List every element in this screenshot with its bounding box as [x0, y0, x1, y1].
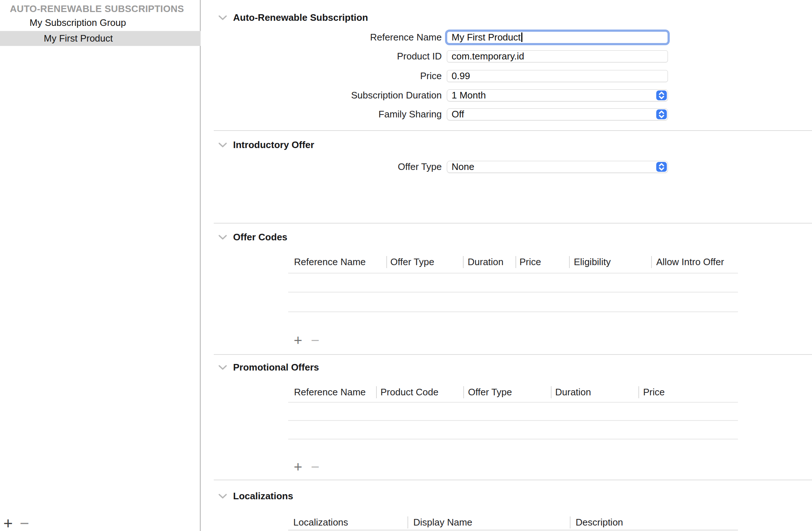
promotional-offers-add-button[interactable]: +: [291, 460, 305, 474]
disclosure-chevron-icon[interactable]: [218, 365, 227, 370]
column-header: Eligibility: [574, 256, 611, 268]
reference-name-label: Reference Name: [241, 31, 442, 43]
family-sharing-label: Family Sharing: [241, 108, 442, 120]
column-header: Duration: [555, 386, 591, 398]
section-title: Promotional Offers: [233, 362, 319, 373]
section-title: Localizations: [233, 491, 293, 502]
product-id-value: com.temporary.id: [452, 51, 524, 62]
column-header: Offer Type: [468, 386, 512, 398]
section-divider: [214, 480, 812, 480]
column-header: Display Name: [413, 516, 472, 528]
column-header: Description: [576, 516, 623, 528]
column-separator: [638, 386, 639, 398]
sidebar-item-first-product[interactable]: My First Product: [44, 32, 113, 45]
offer-type-label: Offer Type: [241, 161, 442, 173]
offer-type-value: None: [452, 161, 474, 172]
column-header: Localizations: [293, 516, 348, 528]
subscription-duration-label: Subscription Duration: [241, 89, 442, 101]
sidebar-group-header: AUTO-RENEWABLE SUBSCRIPTIONS: [10, 3, 184, 15]
product-id-label: Product ID: [241, 50, 442, 62]
column-separator: [651, 256, 652, 268]
disclosure-chevron-icon[interactable]: [218, 235, 227, 240]
column-separator: [386, 256, 387, 268]
table-row-line: [288, 420, 738, 421]
sidebar: AUTO-RENEWABLE SUBSCRIPTIONS My Subscrip…: [0, 0, 201, 531]
stepper-icon[interactable]: [656, 109, 667, 119]
section-auto-renewable-subscription: Auto-Renewable Subscription: [218, 12, 368, 23]
table-row-line: [288, 439, 738, 439]
column-separator: [463, 256, 464, 268]
column-header: Reference Name: [294, 256, 366, 268]
section-title: Introductory Offer: [233, 139, 314, 151]
section-divider: [214, 130, 812, 131]
sidebar-item-subscription-group[interactable]: My Subscription Group: [30, 16, 126, 29]
section-divider: [214, 354, 812, 355]
column-header: Price: [519, 256, 541, 268]
column-header: Price: [643, 386, 665, 398]
table-row-line: [288, 311, 738, 312]
column-separator: [570, 516, 571, 528]
column-header: Product Code: [380, 386, 438, 398]
sidebar-item-selected-background[interactable]: My First Product: [0, 31, 201, 46]
section-localizations: Localizations: [218, 490, 293, 502]
table-row-line: [288, 292, 738, 292]
product-id-field[interactable]: com.temporary.id: [447, 50, 668, 62]
section-introductory-offer: Introductory Offer: [218, 139, 314, 151]
price-field[interactable]: 0.99: [447, 70, 668, 82]
column-separator: [463, 386, 464, 398]
storekit-configuration-window: AUTO-RENEWABLE SUBSCRIPTIONS My Subscrip…: [0, 0, 812, 531]
disclosure-chevron-icon[interactable]: [218, 15, 227, 20]
offer-codes-remove-button[interactable]: −: [308, 333, 322, 348]
disclosure-chevron-icon[interactable]: [218, 493, 227, 499]
table-header-line: [288, 530, 738, 531]
sidebar-remove-button[interactable]: −: [17, 515, 32, 531]
offer-codes-add-button[interactable]: +: [291, 333, 305, 348]
stepper-icon[interactable]: [656, 90, 667, 100]
column-separator: [515, 256, 516, 268]
section-title: Auto-Renewable Subscription: [233, 12, 368, 23]
section-title: Offer Codes: [233, 232, 287, 243]
column-header: Allow Intro Offer: [656, 256, 724, 268]
section-promotional-offers: Promotional Offers: [218, 361, 319, 373]
column-separator: [407, 516, 408, 528]
price-label: Price: [241, 70, 442, 82]
subscription-duration-select[interactable]: 1 Month: [447, 89, 668, 101]
column-header: Reference Name: [294, 386, 366, 398]
table-header-line: [288, 402, 738, 403]
column-header: Duration: [468, 256, 503, 268]
family-sharing-value: Off: [452, 109, 464, 120]
stepper-icon[interactable]: [656, 162, 667, 172]
text-cursor: [521, 32, 522, 42]
offer-type-select[interactable]: None: [447, 161, 668, 173]
disclosure-chevron-icon[interactable]: [218, 142, 227, 148]
table-header-line: [288, 273, 738, 274]
sidebar-add-button[interactable]: +: [1, 515, 15, 531]
section-offer-codes: Offer Codes: [218, 231, 287, 243]
price-value: 0.99: [452, 70, 470, 81]
section-divider: [214, 223, 812, 224]
column-separator: [376, 386, 377, 398]
promotional-offers-remove-button[interactable]: −: [308, 460, 322, 474]
reference-name-field[interactable]: My First Product: [447, 31, 668, 43]
column-separator: [569, 256, 570, 268]
subscription-duration-value: 1 Month: [452, 90, 486, 101]
family-sharing-select[interactable]: Off: [447, 108, 668, 120]
reference-name-value: My First Product: [452, 32, 521, 43]
column-separator: [551, 386, 552, 398]
column-header: Offer Type: [390, 256, 434, 268]
